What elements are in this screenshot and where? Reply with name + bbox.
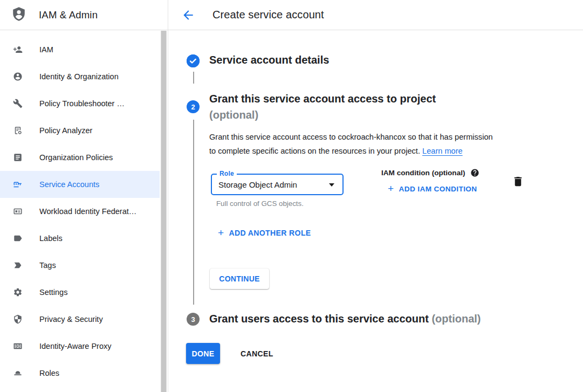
role-select[interactable]: Role Storage Object Admin — [211, 174, 344, 195]
sidebar-scrollbar-track — [160, 31, 168, 392]
step1-title: Service account details — [209, 54, 329, 66]
role-select-value: Storage Object Admin — [218, 180, 297, 189]
sidebar-item-organization-policies[interactable]: Organization Policies — [0, 144, 160, 171]
sidebar-item-label: Policy Analyzer — [39, 126, 92, 135]
add-iam-condition-button[interactable]: + ADD IAM CONDITION — [388, 184, 477, 193]
sidebar-title: IAM & Admin — [39, 9, 98, 21]
step2-number-badge: 2 — [187, 100, 200, 113]
add-another-role-button[interactable]: + ADD ANOTHER ROLE — [218, 229, 311, 237]
policy-analyzer-icon — [13, 126, 23, 135]
sidebar-item-label: Roles — [39, 369, 59, 377]
sidebar-item-tags[interactable]: Tags — [0, 252, 160, 279]
wrench-icon — [13, 99, 23, 108]
sidebar-item-label: Identity & Organization — [39, 72, 119, 81]
sidebar-item-workload-identity-federation[interactable]: Workload Identity Federat… — [0, 198, 160, 225]
step3-heading: Grant users access to this service accou… — [209, 313, 481, 325]
step3-title: Grant users access to this service accou… — [209, 313, 429, 325]
hat-icon — [13, 368, 23, 378]
learn-more-link[interactable]: Learn more — [422, 147, 463, 155]
gear-icon — [13, 287, 23, 297]
person-add-icon — [13, 45, 23, 54]
sidebar-item-identity-organization[interactable]: Identity & Organization — [0, 63, 160, 90]
plus-icon: + — [218, 229, 224, 237]
sidebar-item-roles[interactable]: Roles — [0, 360, 160, 387]
sidebar-scrollbar-thumb[interactable] — [161, 31, 167, 392]
step2-description: Grant this service account access to coc… — [209, 130, 493, 158]
tag-arrow-icon — [13, 260, 23, 270]
step1-complete-check-icon — [187, 54, 200, 67]
page-title: Create service account — [212, 9, 324, 21]
sidebar-item-label: Identity-Aware Proxy — [39, 342, 112, 350]
step-connector-line — [193, 120, 194, 305]
sidebar-item-policy-analyzer[interactable]: Policy Analyzer — [0, 117, 160, 144]
sidebar-nav: IAM Identity & Organization Policy Troub… — [0, 36, 160, 387]
sidebar-item-privacy-security[interactable]: Privacy & Security — [0, 306, 160, 333]
iam-condition-label: IAM condition (optional) — [381, 169, 465, 177]
sidebar-item-service-accounts[interactable]: Service Accounts — [0, 171, 160, 198]
sidebar-item-label: Policy Troubleshooter … — [39, 99, 125, 108]
sidebar-header: IAM & Admin — [0, 0, 168, 30]
sidebar-item-label: Settings — [39, 288, 67, 297]
role-select-label: Role — [217, 170, 237, 177]
step3-optional-label: (optional) — [431, 313, 481, 325]
step-connector-line — [193, 72, 194, 84]
dropdown-caret-icon — [329, 183, 334, 187]
iam-condition-row: IAM condition (optional) — [381, 168, 479, 177]
card-icon — [13, 207, 23, 216]
sidebar-item-labels[interactable]: Labels — [0, 225, 160, 252]
step2-optional-label: (optional) — [209, 107, 436, 123]
done-button[interactable]: DONE — [186, 343, 220, 364]
label-icon — [13, 233, 23, 243]
service-account-key-icon — [13, 180, 23, 189]
app-window: IAM & Admin IAM Identity & Organization — [0, 0, 583, 392]
sidebar-item-settings[interactable]: Settings — [0, 279, 160, 306]
article-icon — [13, 153, 23, 162]
sidebar-item-label: Service Accounts — [39, 180, 99, 189]
sidebar-item-label: Organization Policies — [39, 153, 113, 162]
shield-half-icon — [13, 314, 23, 324]
sidebar-item-label: Workload Identity Federat… — [39, 207, 136, 216]
back-arrow-icon[interactable] — [181, 8, 195, 22]
add-iam-condition-label: ADD IAM CONDITION — [399, 185, 477, 193]
step2-heading: Grant this service account access to pro… — [209, 91, 436, 123]
description-line2: to complete specific actions on the reso… — [209, 147, 420, 155]
continue-button[interactable]: CONTINUE — [210, 269, 269, 289]
sidebar-item-label: Labels — [39, 234, 63, 243]
sidebar-item-identity-aware-proxy[interactable]: Identity-Aware Proxy — [0, 333, 160, 360]
sidebar-item-policy-troubleshooter[interactable]: Policy Troubleshooter … — [0, 90, 160, 117]
account-circle-icon — [13, 72, 23, 81]
description-line1: Grant this service account access to coc… — [209, 133, 493, 141]
sidebar-item-label: Tags — [39, 261, 56, 270]
cancel-button[interactable]: CANCEL — [241, 343, 273, 364]
step3-number-badge: 3 — [187, 313, 200, 326]
add-another-role-label: ADD ANOTHER ROLE — [229, 229, 311, 237]
iam-admin-shield-logo-icon — [11, 6, 27, 24]
sidebar-item-iam[interactable]: IAM — [0, 36, 160, 63]
role-helper-text: Full control of GCS objects. — [216, 200, 304, 208]
sidebar-item-label: IAM — [39, 45, 53, 54]
sidebar: IAM & Admin IAM Identity & Organization — [0, 0, 168, 392]
sidebar-item-label: Privacy & Security — [39, 315, 103, 324]
main-panel: Create service account Service account d… — [168, 0, 583, 392]
help-icon[interactable] — [470, 168, 479, 177]
proxy-icon — [13, 341, 23, 351]
step2-title: Grant this service account access to pro… — [209, 91, 436, 107]
plus-icon: + — [388, 184, 394, 193]
main-header: Create service account — [168, 0, 583, 30]
delete-role-trash-icon[interactable] — [512, 175, 525, 188]
